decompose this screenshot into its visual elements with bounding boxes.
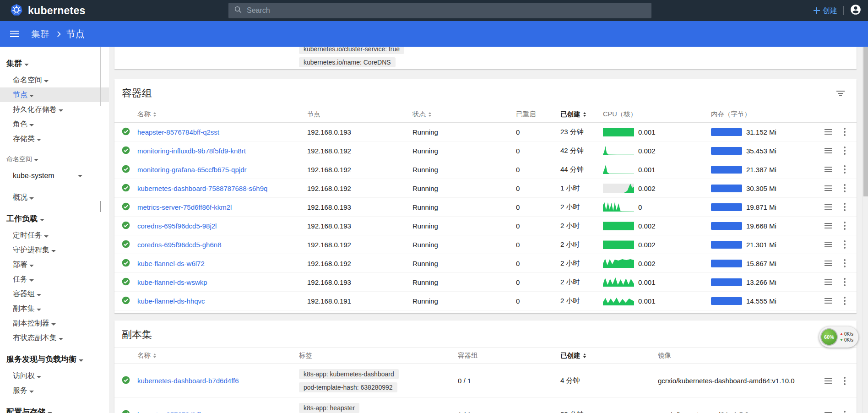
pod-name-link[interactable]: kube-flannel-ds-wswkp <box>137 278 207 286</box>
column-header-created[interactable]: 已创建 <box>560 110 603 119</box>
create-button[interactable]: 创建 <box>814 6 837 16</box>
app: kubernetes 创建 集群 <box>0 0 868 413</box>
logs-icon[interactable] <box>824 278 833 286</box>
sidebar-item[interactable]: 存储类 <box>0 131 109 146</box>
caret-down-icon <box>51 250 56 252</box>
pod-created: 42 分钟 <box>560 147 603 155</box>
cpu-sparkline <box>603 240 634 249</box>
pod-node: 192.168.0.192 <box>307 260 412 267</box>
cpu-value: 0 <box>638 203 642 211</box>
kebab-menu-icon[interactable] <box>843 202 846 212</box>
logs-icon[interactable] <box>824 128 833 136</box>
replicasets-card-header: 副本集 <box>114 321 857 347</box>
vertical-scrollbar[interactable] <box>863 47 868 413</box>
caret-down-icon <box>59 338 63 340</box>
menu-icon[interactable] <box>10 31 19 37</box>
sidebar-item[interactable]: 副本集 <box>0 301 109 316</box>
status-ok-icon <box>121 239 130 250</box>
pod-name-link[interactable]: kube-flannel-ds-w6l72 <box>137 260 205 267</box>
logs-icon[interactable] <box>824 185 833 192</box>
sidebar-item[interactable]: 访问权 <box>0 369 109 383</box>
account-icon[interactable] <box>850 4 862 17</box>
column-header-created[interactable]: 已创建 <box>560 351 658 360</box>
sidebar-item[interactable]: 命名空间 <box>0 73 109 87</box>
caret-down-icon <box>40 219 44 221</box>
pod-name-link[interactable]: coredns-695f96dcd5-gh6n8 <box>137 241 221 249</box>
logs-icon[interactable] <box>824 222 833 229</box>
cpu-sparkline <box>603 146 634 155</box>
label-chip: k8s-app: heapster <box>299 403 359 413</box>
sidebar-item[interactable]: 角色 <box>0 117 109 131</box>
kebab-menu-icon[interactable] <box>843 183 846 193</box>
logs-icon[interactable] <box>824 377 833 385</box>
pod-table-row: kubernetes-dashboard-7588787688-s6h9q 19… <box>114 179 857 198</box>
vertical-scrollbar-thumb[interactable] <box>863 47 868 196</box>
pod-restarts: 0 <box>516 147 560 155</box>
sidebar-item[interactable]: 节点 <box>0 87 109 102</box>
replicasets-card: 副本集 名称 标签 容器组 <box>114 321 857 413</box>
pod-restarts: 0 <box>516 297 560 305</box>
net-monitor-percent: 60% <box>820 328 838 346</box>
column-header-name[interactable]: 名称 <box>137 351 299 360</box>
status-ok-icon <box>121 202 130 212</box>
sidebar-item-label: 访问权 <box>13 372 35 380</box>
kebab-menu-icon[interactable] <box>843 146 846 156</box>
memory-bar <box>711 278 742 286</box>
sidebar-item[interactable]: 任务 <box>0 272 109 287</box>
kebab-menu-icon[interactable] <box>843 410 846 413</box>
sidebar-item[interactable]: 容器组 <box>0 287 109 301</box>
sidebar-item[interactable]: 守护进程集 <box>0 243 109 257</box>
kebab-menu-icon[interactable] <box>843 277 846 287</box>
pod-name-link[interactable]: coredns-695f96dcd5-98j2l <box>137 222 217 230</box>
sidebar-item[interactable]: 服务 <box>0 383 109 398</box>
kebab-menu-icon[interactable] <box>843 258 846 268</box>
memory-bar <box>711 166 742 174</box>
pod-name-link[interactable]: monitoring-grafana-65ccfb675-qpjdr <box>137 166 246 174</box>
sidebar-scrollbar-track[interactable] <box>100 47 101 106</box>
search-input[interactable] <box>247 6 646 15</box>
cpu-sparkline <box>603 202 634 212</box>
sidebar-item[interactable]: 概况 <box>0 190 109 205</box>
caret-down-icon <box>37 309 41 311</box>
sidebar-item[interactable]: 定时任务 <box>0 228 109 243</box>
column-header-name[interactable]: 名称 <box>137 110 307 119</box>
replicaset-pods: 0 / 1 <box>458 377 560 385</box>
logs-icon[interactable] <box>824 166 833 173</box>
sidebar-item[interactable]: 部署 <box>0 257 109 272</box>
replicaset-name-link[interactable]: kubernetes-dashboard-b7d6d4ff6 <box>137 377 239 385</box>
kebab-menu-icon[interactable] <box>843 221 846 231</box>
pod-name-link[interactable]: heapster-8576784bff-q2sst <box>137 128 219 136</box>
pod-name-link[interactable]: metrics-server-75d6ff86f-kkm2l <box>137 203 232 211</box>
memory-value: 31.152 Mi <box>746 128 776 136</box>
net-monitor-widget[interactable]: 60% 0K/s 0K/s <box>819 326 858 348</box>
logs-icon[interactable] <box>824 297 833 304</box>
pod-name-link[interactable]: kubernetes-dashboard-7588787688-s6h9q <box>137 185 267 192</box>
column-header-status[interactable]: 状态 <box>412 110 516 119</box>
cpu-sparkline <box>603 296 634 305</box>
logs-icon[interactable] <box>824 241 833 248</box>
pod-name-link[interactable]: kube-flannel-ds-hhqvc <box>137 297 205 305</box>
sidebar-scrollbar-thumb[interactable] <box>100 201 101 212</box>
sidebar-item[interactable]: 副本控制器 <box>0 316 109 331</box>
pods-table-header: 名称 节点 状态 已重启 <box>114 106 857 123</box>
pod-status: Running <box>412 260 516 267</box>
pod-name-link[interactable]: monitoring-influxdb-9b78f5fd9-kn8rt <box>137 147 246 155</box>
kebab-menu-icon[interactable] <box>843 296 846 306</box>
logs-icon[interactable] <box>824 203 833 211</box>
breadcrumb-parent[interactable]: 集群 <box>31 28 49 40</box>
sidebar-item[interactable]: 持久化存储卷 <box>0 102 109 117</box>
logs-icon[interactable] <box>824 260 833 267</box>
sidebar-item[interactable]: kube-system <box>0 167 109 185</box>
kebab-menu-icon[interactable] <box>843 376 846 386</box>
pod-status: Running <box>412 128 516 136</box>
filter-icon[interactable] <box>835 90 846 97</box>
logs-icon[interactable] <box>824 147 833 154</box>
kebab-menu-icon[interactable] <box>843 239 846 250</box>
logs-icon[interactable] <box>824 411 833 413</box>
replicaset-created: 23 分钟 <box>560 410 658 413</box>
replicaset-name-link[interactable]: heapster-8576784bff <box>137 411 201 413</box>
kebab-menu-icon[interactable] <box>843 164 846 174</box>
memory-value: 21.301 Mi <box>746 241 776 249</box>
kebab-menu-icon[interactable] <box>843 127 846 137</box>
sidebar-item[interactable]: 有状态副本集 <box>0 331 109 345</box>
